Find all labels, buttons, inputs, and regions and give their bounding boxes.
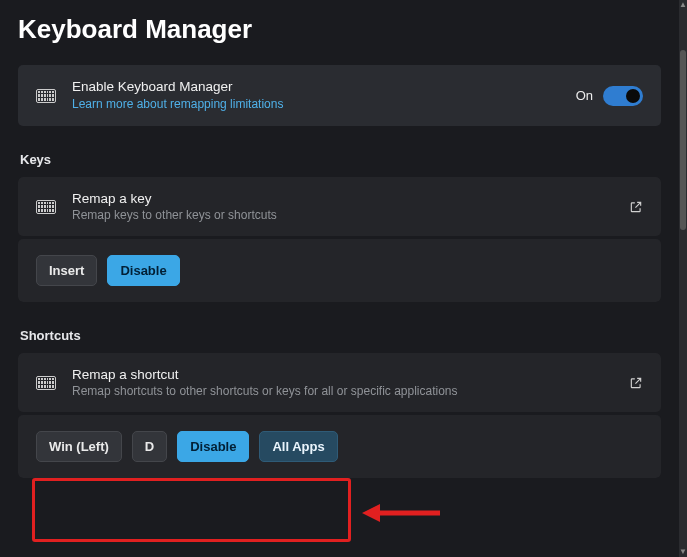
action-chip[interactable]: Disable <box>177 431 249 462</box>
page-title: Keyboard Manager <box>18 14 661 45</box>
open-external-icon <box>629 200 643 214</box>
enable-toggle[interactable] <box>603 86 643 106</box>
learn-more-link[interactable]: Learn more about remapping limitations <box>72 97 283 111</box>
scrollbar[interactable]: ▲ ▼ <box>679 0 687 557</box>
remap-shortcut-sub: Remap shortcuts to other shortcuts or ke… <box>72 384 613 398</box>
remap-shortcut-title: Remap a shortcut <box>72 367 613 382</box>
remap-shortcut-row[interactable]: Remap a shortcut Remap shortcuts to othe… <box>18 353 661 412</box>
scroll-down-icon[interactable]: ▼ <box>679 547 687 557</box>
scope-chip[interactable]: All Apps <box>259 431 337 462</box>
action-chip[interactable]: Disable <box>107 255 179 286</box>
enable-title: Enable Keyboard Manager <box>72 79 560 94</box>
toggle-state-label: On <box>576 88 593 103</box>
keys-section-label: Keys <box>20 152 661 167</box>
keyboard-icon <box>36 89 56 103</box>
annotation-arrow <box>362 498 442 532</box>
keyboard-icon <box>36 200 56 214</box>
svg-marker-1 <box>362 504 380 522</box>
keyboard-icon <box>36 376 56 390</box>
open-external-icon <box>629 376 643 390</box>
modifier-chip[interactable]: Win (Left) <box>36 431 122 462</box>
source-key-chip[interactable]: Insert <box>36 255 97 286</box>
key-chip[interactable]: D <box>132 431 167 462</box>
remap-key-sub: Remap keys to other keys or shortcuts <box>72 208 613 222</box>
scroll-up-icon[interactable]: ▲ <box>679 0 687 10</box>
scrollbar-thumb[interactable] <box>680 50 686 230</box>
remap-key-title: Remap a key <box>72 191 613 206</box>
enable-keyboard-manager-card: Enable Keyboard Manager Learn more about… <box>18 65 661 126</box>
shortcut-mapping-row: Win (Left) D Disable All Apps <box>18 415 661 478</box>
shortcuts-section-label: Shortcuts <box>20 328 661 343</box>
remap-key-row[interactable]: Remap a key Remap keys to other keys or … <box>18 177 661 236</box>
key-mapping-row: Insert Disable <box>18 239 661 302</box>
